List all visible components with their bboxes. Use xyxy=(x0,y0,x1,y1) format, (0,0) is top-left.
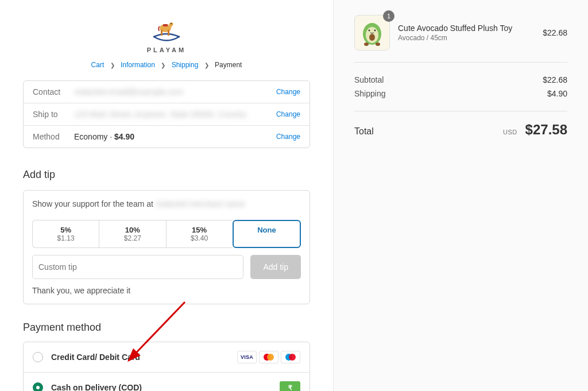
breadcrumb-cart[interactable]: Cart xyxy=(91,61,105,69)
product-variant: Avocado / 45cm xyxy=(398,34,535,42)
custom-tip-input[interactable] xyxy=(32,255,243,279)
tip-option-15[interactable]: 15% $3.40 xyxy=(166,220,233,248)
tip-options: 5% $1.13 10% $2.27 15% $3.40 None xyxy=(32,220,301,248)
order-summary-panel: 1 Cute Avocado Stuffed Plush Toy Avocado… xyxy=(333,0,588,391)
shipping-value: $4.90 xyxy=(547,89,567,98)
payment-option-card[interactable]: Credit Card/ Debit Card VISA xyxy=(24,342,310,373)
review-info-box: Contact redacted-email@example.com Chang… xyxy=(23,80,310,148)
tip-option-5[interactable]: 5% $1.13 xyxy=(32,220,99,248)
subtotal-line: Subtotal $22.68 xyxy=(354,73,567,87)
change-contact-link[interactable]: Change xyxy=(276,88,300,96)
change-shipto-link[interactable]: Change xyxy=(276,110,300,118)
maestro-icon xyxy=(281,351,300,363)
checkout-main: PLAYAM Cart ❯ Information ❯ Shipping ❯ P… xyxy=(0,0,333,391)
method-row: Method Economy · $4.90 Change xyxy=(24,126,310,148)
brand-logo[interactable]: PLAYAM xyxy=(147,18,186,53)
chevron-icon: ❯ xyxy=(204,62,209,68)
svg-point-8 xyxy=(289,354,296,361)
tip-box: Show your support for the team at redact… xyxy=(23,190,310,304)
contact-row: Contact redacted-email@example.com Chang… xyxy=(24,81,310,103)
payment-section-title: Payment method xyxy=(23,322,310,334)
breadcrumb-shipping[interactable]: Shipping xyxy=(172,61,199,69)
svg-rect-3 xyxy=(168,30,169,36)
svg-point-12 xyxy=(369,34,375,41)
contact-value: redacted-email@example.com xyxy=(74,87,276,96)
tip-option-none[interactable]: None xyxy=(233,220,301,248)
cod-option-label: Cash on Delivery (COD) xyxy=(51,383,280,391)
tip-support-text: Show your support for the team at redact… xyxy=(32,199,301,208)
breadcrumb-payment: Payment xyxy=(215,61,242,69)
breadcrumb-information[interactable]: Information xyxy=(121,61,155,69)
radio-checked-icon xyxy=(33,382,43,391)
shipto-label: Ship to xyxy=(33,110,74,119)
summary-block: Subtotal $22.68 Shipping $4.90 xyxy=(354,63,567,111)
logo-block: PLAYAM xyxy=(23,18,310,54)
change-method-link[interactable]: Change xyxy=(276,133,300,141)
tip-option-10[interactable]: 10% $2.27 xyxy=(99,220,165,248)
contact-label: Contact xyxy=(33,87,74,96)
shipping-line: Shipping $4.90 xyxy=(354,87,567,100)
shipping-label: Shipping xyxy=(354,89,386,98)
card-option-label: Credit Card/ Debit Card xyxy=(51,353,237,362)
rocking-horse-icon xyxy=(150,18,183,42)
cart-item: 1 Cute Avocado Stuffed Plush Toy Avocado… xyxy=(354,15,567,63)
cod-badge-icon: ₹ xyxy=(280,381,300,391)
tip-section-title: Add tip xyxy=(23,169,310,181)
svg-point-6 xyxy=(267,354,274,361)
svg-point-1 xyxy=(171,23,172,24)
svg-rect-2 xyxy=(161,30,163,36)
radio-unchecked-icon xyxy=(33,352,43,362)
total-line: Total USD $27.58 xyxy=(354,111,567,138)
chevron-icon: ❯ xyxy=(161,62,165,68)
product-name: Cute Avocado Stuffed Plush Toy xyxy=(398,24,535,33)
payment-option-cod[interactable]: Cash on Delivery (COD) ₹ xyxy=(24,373,310,391)
svg-point-13 xyxy=(369,30,370,32)
total-amount: $27.58 xyxy=(525,122,567,137)
shipto-row: Ship to 123 Main Street, Anytown, State … xyxy=(24,103,310,126)
mastercard-icon xyxy=(259,351,278,363)
total-label: Total xyxy=(354,126,374,137)
svg-point-15 xyxy=(364,42,369,46)
checkout-breadcrumb: Cart ❯ Information ❯ Shipping ❯ Payment xyxy=(23,61,310,69)
logo-text: PLAYAM xyxy=(147,47,186,53)
product-thumbnail: 1 xyxy=(354,15,390,51)
total-currency: USD xyxy=(503,129,517,136)
avocado-plush-icon xyxy=(359,19,385,47)
quantity-badge: 1 xyxy=(383,10,394,22)
svg-rect-4 xyxy=(163,24,168,26)
method-value: Economy · $4.90 xyxy=(74,132,276,141)
subtotal-value: $22.68 xyxy=(543,75,567,84)
product-price: $22.68 xyxy=(543,28,567,37)
tip-thanks-text: Thank you, we appreciate it xyxy=(32,286,301,295)
shipto-value: 123 Main Street, Anytown, State 00000, C… xyxy=(74,110,276,119)
method-label: Method xyxy=(33,132,74,141)
visa-icon: VISA xyxy=(237,351,257,363)
svg-point-16 xyxy=(376,42,380,46)
add-tip-button[interactable]: Add tip xyxy=(250,255,301,279)
subtotal-label: Subtotal xyxy=(354,75,384,84)
payment-method-box: Credit Card/ Debit Card VISA Cash on Del… xyxy=(23,342,310,391)
card-brand-icons: VISA xyxy=(237,351,300,363)
chevron-icon: ❯ xyxy=(110,62,115,68)
svg-point-14 xyxy=(374,30,376,32)
